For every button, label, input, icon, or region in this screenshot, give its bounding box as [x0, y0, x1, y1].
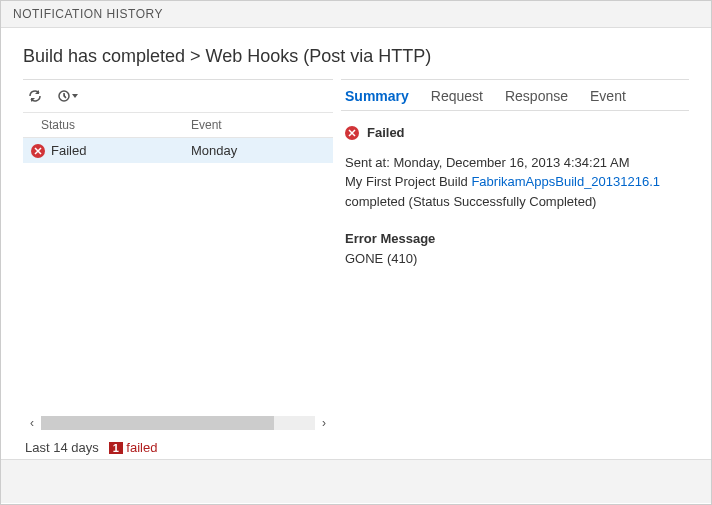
tab-request[interactable]: Request: [431, 88, 483, 104]
scroll-track[interactable]: [41, 416, 315, 430]
row-event: Monday: [173, 138, 333, 163]
build-line-prefix: My First Project Build: [345, 174, 471, 189]
grid-header: Status Event: [23, 112, 333, 138]
scroll-right-icon[interactable]: ›: [315, 416, 333, 430]
history-list-pane: Status Event Failed Monday ‹ › Last 1: [23, 79, 333, 459]
list-toolbar: [23, 80, 333, 112]
col-header-event[interactable]: Event: [173, 113, 333, 137]
dialog-footer: [1, 459, 711, 503]
sent-at-prefix: Sent at:: [345, 155, 393, 170]
table-row[interactable]: Failed Monday: [23, 138, 333, 163]
error-icon: [345, 126, 359, 140]
page-title: Build has completed > Web Hooks (Post vi…: [1, 28, 711, 79]
detail-status-label: Failed: [367, 123, 405, 143]
scroll-left-icon[interactable]: ‹: [23, 416, 41, 430]
sent-at-value: Monday, December 16, 2013 4:34:21 AM: [393, 155, 629, 170]
detail-body: Failed Sent at: Monday, December 16, 201…: [341, 111, 689, 280]
detail-pane: Summary Request Response Event Failed Se…: [341, 79, 689, 459]
list-footer: Last 14 days 1 failed: [23, 432, 333, 459]
refresh-icon[interactable]: [27, 88, 43, 104]
scroll-thumb[interactable]: [41, 416, 274, 430]
fail-count-label: failed: [126, 440, 157, 455]
window-header: NOTIFICATION HISTORY: [1, 1, 711, 28]
error-message-body: GONE (410): [345, 249, 685, 269]
tab-event[interactable]: Event: [590, 88, 626, 104]
date-range-label: Last 14 days: [25, 440, 99, 455]
fail-count-badge: 1: [109, 442, 123, 454]
col-header-status[interactable]: Status: [23, 113, 173, 137]
error-message-heading: Error Message: [345, 229, 685, 249]
build-line-suffix: completed (Status Successfully Completed…: [345, 194, 596, 209]
row-status: Failed: [51, 143, 86, 158]
error-icon: [31, 144, 45, 158]
detail-tabs: Summary Request Response Event: [341, 80, 689, 111]
history-dropdown-icon[interactable]: [57, 88, 79, 104]
build-link[interactable]: FabrikamAppsBuild_20131216.1: [471, 174, 660, 189]
tab-summary[interactable]: Summary: [345, 88, 409, 104]
horizontal-scrollbar[interactable]: ‹ ›: [23, 414, 333, 432]
history-grid: Status Event Failed Monday: [23, 112, 333, 414]
tab-response[interactable]: Response: [505, 88, 568, 104]
